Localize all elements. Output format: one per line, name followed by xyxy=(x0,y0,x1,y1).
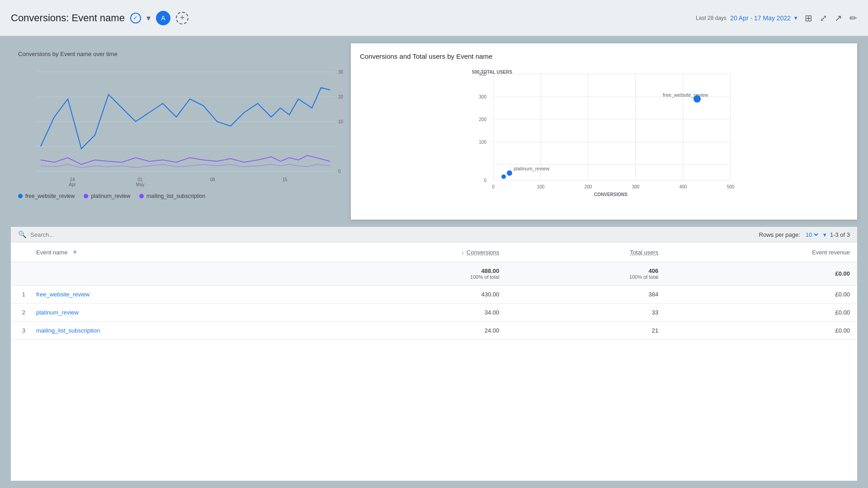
td-users-1: 384 xyxy=(506,286,665,304)
svg-text:Apr: Apr xyxy=(69,182,76,187)
legend-dot-platinum xyxy=(84,194,88,198)
td-revenue-3: £0.00 xyxy=(665,322,857,340)
header: Conversions: Event name ✓ ▾ A + Last 28 … xyxy=(0,0,868,36)
legend-item-mailing: mailing_list_subscription xyxy=(139,193,205,199)
svg-text:10: 10 xyxy=(338,119,344,124)
rows-per-page-select[interactable]: 10 25 50 xyxy=(804,231,820,239)
svg-text:500: 500 xyxy=(727,184,735,189)
avatar[interactable]: A xyxy=(156,11,170,25)
table-header-row: Event name + ↓ Conversions Total users E… xyxy=(11,243,857,262)
search-icon: 🔍 xyxy=(18,230,27,239)
line-chart-title: Conversions by Event name over time xyxy=(18,51,344,57)
th-total-users: Total users xyxy=(506,243,665,262)
td-total-num xyxy=(11,262,29,286)
svg-text:30: 30 xyxy=(338,70,344,75)
add-column-icon[interactable]: + xyxy=(73,248,77,256)
date-range: Last 28 days 20 Apr - 17 May 2022 ▾ xyxy=(696,14,797,22)
event-link-2[interactable]: platinum_review xyxy=(36,309,79,316)
td-event-name-3: mailing_list_subscription xyxy=(29,322,315,340)
td-row-num-1: 1 xyxy=(11,286,29,304)
date-range-value[interactable]: 20 Apr - 17 May 2022 xyxy=(730,14,791,22)
legend-label-free: free_website_review xyxy=(25,193,75,199)
td-total-users: 406 100% of total xyxy=(506,262,665,286)
svg-text:15: 15 xyxy=(282,177,288,182)
th-num xyxy=(11,243,29,262)
charts-row: Conversions by Event name over time 30 2… xyxy=(11,43,857,220)
date-dropdown-icon[interactable]: ▾ xyxy=(794,14,797,21)
th-conversions: ↓ Conversions xyxy=(315,243,506,262)
svg-text:300: 300 xyxy=(632,184,640,189)
date-range-label: Last 28 days xyxy=(696,15,726,21)
td-row-num-2: 2 xyxy=(11,304,29,322)
pagination-label: 1-3 of 3 xyxy=(830,231,850,238)
legend-label-platinum: platinum_review xyxy=(91,193,130,199)
legend-item-platinum: platinum_review xyxy=(84,193,130,199)
svg-text:0: 0 xyxy=(492,184,495,189)
svg-text:20: 20 xyxy=(338,94,344,99)
scatter-point-mailing xyxy=(501,174,506,179)
table-row: 2 platinum_review 34.00 33 £0.00 xyxy=(11,304,857,322)
scatter-chart-title: Conversions and Total users by Event nam… xyxy=(360,52,848,60)
th-event-name: Event name + xyxy=(29,243,315,262)
td-conversions-2: 34.00 xyxy=(315,304,506,322)
svg-text:300: 300 xyxy=(479,94,486,99)
add-button[interactable]: + xyxy=(176,12,189,24)
table-total-row: 488.00 100% of total 406 100% of total £… xyxy=(11,262,857,286)
svg-text:400: 400 xyxy=(679,184,687,189)
data-table: Event name + ↓ Conversions Total users E… xyxy=(11,243,857,340)
td-revenue-1: £0.00 xyxy=(665,286,857,304)
event-link-3[interactable]: mailing_list_subscription xyxy=(36,327,100,334)
table-toolbar-right: Rows per page: 10 25 50 ▾ 1-3 of 3 xyxy=(759,231,850,239)
trend-icon[interactable]: ↗ xyxy=(835,13,842,23)
scatter-point-platinum xyxy=(507,170,512,176)
td-total-name xyxy=(29,262,315,286)
th-event-revenue: Event revenue xyxy=(665,243,857,262)
td-row-num-3: 3 xyxy=(11,322,29,340)
svg-text:200: 200 xyxy=(585,184,592,189)
main-content: Conversions by Event name over time 30 2… xyxy=(0,36,868,488)
svg-text:May: May xyxy=(136,182,145,187)
edit-icon[interactable]: ✏ xyxy=(849,13,857,23)
td-total-conversions: 488.00 100% of total xyxy=(315,262,506,286)
scatter-svg-container: 500 TOTAL USERS 400 300 xyxy=(360,67,848,198)
scatter-label-platinum: platinum_review xyxy=(514,166,550,171)
dropdown-arrow-icon[interactable]: ▾ xyxy=(146,13,151,23)
search-input[interactable] xyxy=(30,231,166,238)
header-left: Conversions: Event name ✓ ▾ A + xyxy=(11,11,189,25)
y-axis-label: 500 TOTAL USERS xyxy=(472,70,512,75)
td-users-2: 33 xyxy=(506,304,665,322)
scatter-chart-svg: 500 TOTAL USERS 400 300 xyxy=(360,67,848,198)
td-total-revenue: £0.00 xyxy=(665,262,857,286)
rows-per-page-label: Rows per page: xyxy=(759,231,800,238)
td-users-3: 21 xyxy=(506,322,665,340)
td-event-name-1: free_website_review xyxy=(29,286,315,304)
report-icon[interactable]: ⊞ xyxy=(805,13,812,23)
td-conversions-3: 24.00 xyxy=(315,322,506,340)
table-toolbar: 🔍 Rows per page: 10 25 50 ▾ 1-3 of 3 xyxy=(11,227,857,243)
svg-text:CONVERSIONS: CONVERSIONS xyxy=(594,192,627,197)
svg-text:0: 0 xyxy=(484,178,486,183)
chevron-down-icon: ▾ xyxy=(823,231,826,238)
legend-item-free: free_website_review xyxy=(18,193,75,199)
svg-text:400: 400 xyxy=(479,72,486,77)
svg-text:200: 200 xyxy=(479,117,486,122)
td-event-name-2: platinum_review xyxy=(29,304,315,322)
event-link-1[interactable]: free_website_review xyxy=(36,291,90,298)
svg-text:100: 100 xyxy=(537,184,545,189)
svg-text:08: 08 xyxy=(210,177,215,182)
td-revenue-2: £0.00 xyxy=(665,304,857,322)
table-row: 1 free_website_review 430.00 384 £0.00 xyxy=(11,286,857,304)
line-chart-container: 30 20 10 0 24 Apr 01 May 08 15 xyxy=(18,63,344,189)
header-right: Last 28 days 20 Apr - 17 May 2022 ▾ ⊞ ⤢ … xyxy=(696,13,857,23)
search-box: 🔍 xyxy=(18,230,166,239)
svg-text:01: 01 xyxy=(137,177,143,182)
table-row: 3 mailing_list_subscription 24.00 21 £0.… xyxy=(11,322,857,340)
share-icon[interactable]: ⤢ xyxy=(820,13,827,23)
chart-legend: free_website_review platinum_review mail… xyxy=(18,193,344,199)
page-title: Conversions: Event name xyxy=(11,12,125,24)
scatter-label-free: free_website_review xyxy=(663,92,708,98)
td-conversions-1: 430.00 xyxy=(315,286,506,304)
line-chart-panel: Conversions by Event name over time 30 2… xyxy=(11,43,351,220)
check-icon[interactable]: ✓ xyxy=(130,13,141,23)
legend-label-mailing: mailing_list_subscription xyxy=(146,193,205,199)
